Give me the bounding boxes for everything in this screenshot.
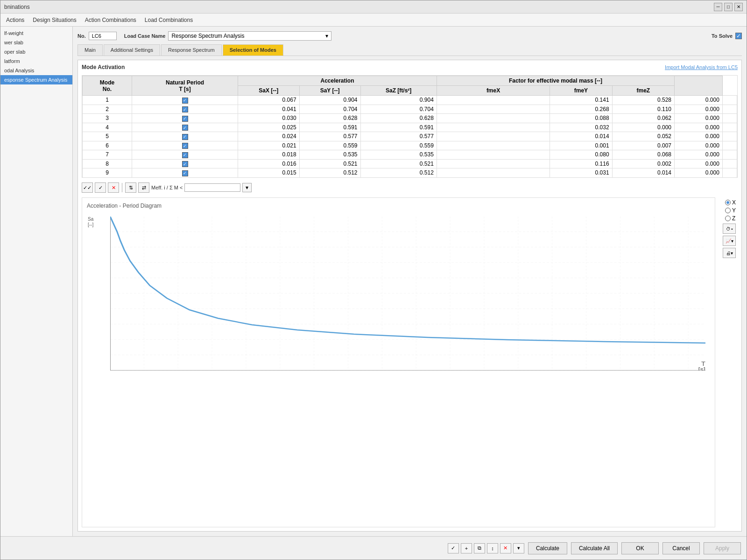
footer-copy-button[interactable]: ⧉ — [474, 543, 485, 553]
cell-mode-no: 1 — [83, 96, 132, 105]
main-layout: lf-weight wer slab oper slab latform oda… — [0, 27, 747, 536]
cell-sax: 0.508 — [299, 177, 360, 178]
close-button[interactable]: ✕ — [734, 3, 743, 11]
col-natural-period: Natural PeriodT [s] — [132, 76, 238, 96]
table-row[interactable]: 10✓0.0140.5080.5080.0000.0000.000 — [83, 177, 737, 178]
cell-checkbox[interactable]: ✓ — [132, 105, 238, 114]
bottom-bar: ✓ + ⧉ ↕ ✕ ▾ Calculate Calculate All OK C… — [0, 536, 747, 560]
cell-checkbox[interactable]: ✓ — [132, 159, 238, 168]
cell-saz — [437, 150, 550, 160]
table-row[interactable]: 1✓0.0670.9040.9040.1410.5280.000 — [83, 96, 737, 105]
lc-name-dropdown[interactable]: Response Spectrum Analysis ▾ — [168, 31, 331, 41]
table-row[interactable]: 2✓0.0410.7040.7040.2680.1100.000 — [83, 105, 737, 114]
tab-bar: Main Additional Settings Response Spectr… — [78, 44, 742, 56]
table-row[interactable]: 4✓0.0250.5910.5910.0320.0000.000 — [83, 123, 737, 132]
chart-inner: Sa[--] — [87, 212, 710, 380]
cell-fmez: 0.000 — [675, 150, 723, 160]
tab-additional-settings[interactable]: Additional Settings — [104, 44, 160, 56]
radio-z-label: Z — [732, 215, 735, 222]
footer-down-button[interactable]: ▾ — [513, 543, 524, 553]
uncheck-button[interactable]: ✕ — [108, 182, 119, 193]
cell-checkbox[interactable]: ✓ — [132, 96, 238, 105]
cell-extra — [722, 150, 737, 160]
check-single-button[interactable]: ✓ — [95, 182, 106, 193]
cell-mode-no: 5 — [83, 132, 132, 141]
footer-delete-button[interactable]: ✕ — [500, 543, 511, 553]
cell-fmez: 0.000 — [675, 141, 723, 150]
menu-design-situations[interactable]: Design Situations — [29, 15, 80, 25]
main-window: bninations ─ □ ✕ Actions Design Situatio… — [0, 0, 747, 560]
cell-checkbox[interactable]: ✓ — [132, 132, 238, 141]
table-row[interactable]: 9✓0.0150.5120.5120.0310.0140.000 — [83, 168, 737, 178]
table-row[interactable]: 5✓0.0240.5770.5770.0140.0520.000 — [83, 132, 737, 141]
radio-z[interactable]: Z — [725, 215, 736, 222]
cell-checkbox[interactable]: ✓ — [132, 123, 238, 132]
footer-add-button[interactable]: + — [461, 543, 472, 553]
cell-checkbox[interactable]: ✓ — [132, 114, 238, 123]
footer-check-button[interactable]: ✓ — [448, 543, 459, 553]
cell-saz — [437, 168, 550, 178]
cell-fmey: 0.007 — [612, 141, 674, 150]
cell-saz — [437, 177, 550, 178]
menu-load-combinations[interactable]: Load Combinations — [141, 15, 197, 25]
svg-text:[s]: [s] — [698, 366, 705, 371]
apply-button[interactable]: Apply — [704, 542, 741, 554]
radio-x[interactable]: X — [725, 199, 736, 206]
check-icon: ✓ — [736, 33, 741, 39]
calculate-all-button[interactable]: Calculate All — [571, 542, 618, 554]
cell-period: 0.024 — [238, 132, 299, 141]
filter-button[interactable]: ⇄ — [138, 182, 149, 193]
cell-period: 0.016 — [238, 159, 299, 168]
cell-extra — [722, 132, 737, 141]
cell-checkbox[interactable]: ✓ — [132, 141, 238, 150]
menu-bar: Actions Design Situations Action Combina… — [0, 14, 747, 27]
cell-sax: 0.628 — [299, 114, 360, 123]
cell-checkbox[interactable]: ✓ — [132, 177, 238, 178]
tab-selection-of-modes[interactable]: Selection of Modes — [223, 44, 283, 56]
graph-icon-button[interactable]: 📈▾ — [723, 236, 736, 246]
print-icon-button[interactable]: 🖨▾ — [723, 248, 736, 258]
import-link[interactable]: Import Modal Analysis from LC5 — [665, 64, 738, 70]
cell-fmex: 0.080 — [550, 150, 612, 160]
cell-sax: 0.577 — [299, 132, 360, 141]
maximize-button[interactable]: □ — [724, 3, 733, 11]
tab-response-spectrum[interactable]: Response Spectrum — [161, 44, 222, 56]
table-row[interactable]: 8✓0.0160.5210.5210.1160.0020.000 — [83, 159, 737, 168]
lc-name-group: Load Case Name Response Spectrum Analysi… — [124, 31, 332, 41]
cell-checkbox[interactable]: ✓ — [132, 168, 238, 178]
sidebar-item-self-weight[interactable]: lf-weight — [0, 28, 72, 38]
meff-dropdown-button[interactable]: ▾ — [242, 183, 252, 192]
cell-extra — [722, 96, 737, 105]
cell-say: 0.704 — [360, 105, 437, 114]
footer-move-button[interactable]: ↕ — [487, 543, 498, 553]
menu-actions[interactable]: Actions — [2, 15, 28, 25]
time-icon-button[interactable]: ⏱▾ — [723, 224, 736, 234]
table-row[interactable]: 3✓0.0300.6280.6280.0880.0620.000 — [83, 114, 737, 123]
tab-main[interactable]: Main — [78, 44, 103, 56]
table-row[interactable]: 7✓0.0180.5350.5350.0800.0680.000 — [83, 150, 737, 160]
sidebar-item-upper-slab[interactable]: oper slab — [0, 47, 72, 56]
minimize-button[interactable]: ─ — [714, 3, 722, 11]
radio-z-circle — [725, 216, 731, 221]
meff-input[interactable] — [184, 183, 240, 192]
to-solve-checkbox[interactable]: ✓ — [735, 33, 742, 39]
menu-action-combinations[interactable]: Action Combinations — [81, 15, 140, 25]
cell-fmey: 0.014 — [612, 168, 674, 178]
calculate-button[interactable]: Calculate — [528, 542, 567, 554]
sidebar-item-modal-analysis[interactable]: odal Analysis — [0, 66, 72, 75]
cancel-button[interactable]: Cancel — [662, 542, 700, 554]
ok-button[interactable]: OK — [621, 542, 659, 554]
check-all-button[interactable]: ✓✓ — [82, 182, 93, 193]
cell-saz — [437, 159, 550, 168]
cell-fmex: 0.000 — [550, 177, 612, 178]
sort-button[interactable]: ⇅ — [125, 182, 136, 193]
table-row[interactable]: 6✓0.0210.5590.5590.0010.0070.000 — [83, 141, 737, 150]
radio-y[interactable]: Y — [725, 207, 736, 214]
sidebar-item-lower-slab[interactable]: wer slab — [0, 38, 72, 47]
col-sax: SaX [--] — [238, 86, 299, 96]
cell-checkbox[interactable]: ✓ — [132, 150, 238, 160]
sidebar-item-platform[interactable]: latform — [0, 56, 72, 66]
cell-fmex: 0.001 — [550, 141, 612, 150]
sidebar-item-response-spectrum[interactable]: esponse Spectrum Analysis — [0, 75, 72, 84]
mode-activation-title: Mode Activation — [82, 64, 125, 70]
